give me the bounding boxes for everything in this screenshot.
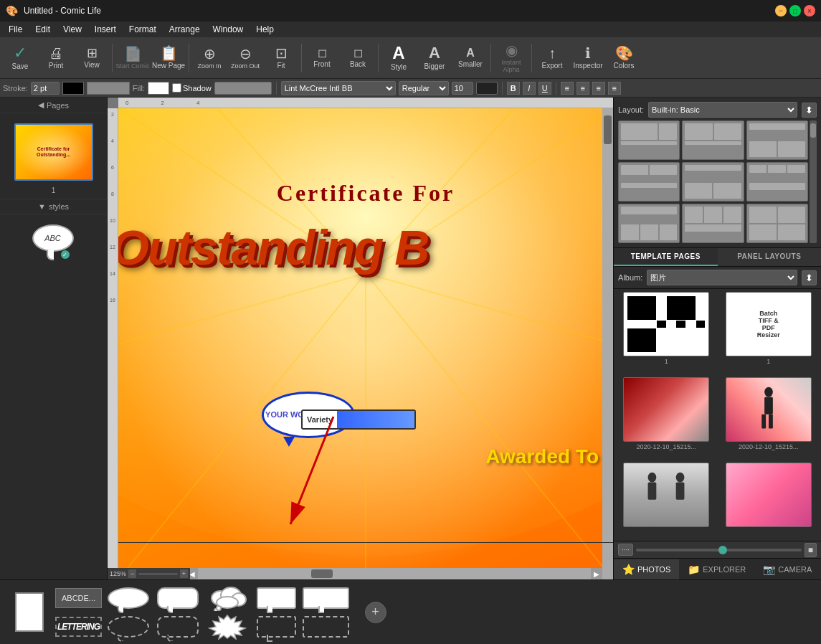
minimize-button[interactable]: － [775, 5, 787, 16]
album-stepper[interactable]: ⬍ [802, 270, 817, 285]
zoom-increase-btn[interactable]: + [180, 569, 188, 578]
zoom-slider[interactable] [138, 573, 177, 575]
save-button[interactable]: ✓ Save [3, 39, 37, 77]
stroke-slider[interactable] [87, 82, 130, 95]
font-select[interactable]: Lint McCree Intl BB [281, 81, 396, 95]
add-balloon-btn[interactable]: + [352, 600, 399, 625]
layout-select[interactable]: Built-in: Basic [648, 102, 797, 118]
align-justify-button[interactable]: ≡ [608, 82, 621, 95]
h-scrollbar[interactable] [186, 568, 602, 579]
style-bubble-item[interactable]: ABC ✓ [32, 224, 75, 260]
h-scrollbar-thumb[interactable] [311, 569, 333, 578]
page-thumb-1[interactable]: Certificate forOutstanding... [14, 123, 93, 181]
collapse-icon[interactable]: ◀ [38, 100, 44, 110]
menu-format[interactable]: Format [123, 23, 162, 36]
balloon-cloud-item[interactable] [204, 585, 250, 611]
shadow-check[interactable]: Shadow [172, 83, 212, 93]
style-select[interactable]: Regular [399, 81, 449, 95]
shadow-dropdown[interactable] [214, 82, 272, 95]
styles-collapse-icon[interactable]: ▼ [38, 202, 46, 211]
photo-item-3[interactable]: 2020-12-10_15215... [617, 377, 716, 460]
layout-thumb-7[interactable] [618, 204, 680, 243]
menu-file[interactable]: File [3, 23, 28, 36]
menu-arrange[interactable]: Arrange [163, 23, 206, 36]
photo-slider-thumb[interactable] [718, 546, 727, 554]
layout-thumb-3[interactable] [746, 120, 808, 160]
comic-page[interactable]: Certificate For Outstanding B Awarded To… [118, 108, 613, 579]
menu-view[interactable]: View [57, 23, 87, 36]
inspector-button[interactable]: ℹ Inspector [571, 39, 605, 77]
export-button[interactable]: ↑ Export [535, 39, 569, 77]
balloon-rect-item[interactable] [253, 585, 300, 611]
bold-button[interactable]: B [507, 82, 520, 95]
wide-rect-item[interactable] [303, 585, 349, 611]
fill-color[interactable] [148, 82, 169, 95]
underline-button[interactable]: U [538, 82, 551, 95]
maximize-button[interactable]: □ [789, 5, 801, 16]
new-page-button[interactable]: 📋 New Page [151, 39, 186, 77]
balloon-rect-dotted-item[interactable] [253, 614, 300, 640]
font-color[interactable] [476, 82, 498, 95]
print-button[interactable]: 🖨 Print [39, 39, 73, 77]
layout-scrollbar-thumb[interactable] [810, 123, 816, 138]
photo-label-2: 1 [767, 358, 770, 365]
template-pages-tab[interactable]: TEMPLATE PAGES [614, 248, 718, 266]
fit-button[interactable]: ⊡ Fit [264, 39, 298, 77]
zoom-out-button[interactable]: ⊖ Zoom Out [228, 39, 262, 77]
shadow-checkbox[interactable] [172, 83, 181, 93]
layout-thumb-1[interactable] [618, 120, 680, 160]
wide-rect-dotted-item[interactable] [303, 614, 349, 640]
zoom-in-button[interactable]: ⊕ Zoom In [192, 39, 227, 77]
balloon-round-item[interactable] [154, 585, 201, 611]
balloon-oval-dotted-item[interactable] [105, 614, 151, 640]
colors-button[interactable]: 🎨 Colors [607, 39, 641, 77]
smaller-button[interactable]: A Smaller [453, 39, 488, 77]
album-select[interactable]: 图片 [647, 270, 797, 285]
balloon-spiky-item[interactable] [204, 614, 250, 640]
panel-column [6, 600, 52, 625]
menu-edit[interactable]: Edit [29, 23, 56, 36]
layout-thumb-4[interactable] [618, 162, 680, 202]
align-left-button[interactable]: ≡ [561, 82, 574, 95]
photo-item-1[interactable]: 1 [617, 292, 716, 374]
stroke-color[interactable] [62, 82, 84, 95]
abcde-item[interactable]: ABCDE... [55, 585, 102, 611]
photo-item-2[interactable]: BatchTIFF &PDFResizer 1 [719, 292, 819, 374]
back-button[interactable]: ◻ Back [341, 39, 375, 77]
layout-thumb-9[interactable] [746, 204, 808, 243]
scroll-right-btn[interactable]: ▶ [591, 568, 602, 579]
menu-window[interactable]: Window [207, 23, 250, 36]
view-button[interactable]: ⊞ View [75, 39, 109, 77]
close-button[interactable]: × [804, 5, 815, 16]
panel-layouts-tab[interactable]: PANEL LAYOUTS [718, 248, 822, 266]
align-center-button[interactable]: ≡ [576, 82, 589, 95]
layout-thumb-2[interactable] [682, 120, 744, 160]
italic-button[interactable]: I [523, 82, 536, 95]
template-tabs: TEMPLATE PAGES PANEL LAYOUTS [614, 248, 821, 267]
stroke-input[interactable] [31, 82, 60, 95]
align-right-button[interactable]: ≡ [592, 82, 605, 95]
bigger-button[interactable]: A Bigger [417, 39, 452, 77]
front-button[interactable]: ◻ Front [305, 39, 339, 77]
layout-thumb-8[interactable] [682, 204, 744, 243]
zoom-decrease-btn[interactable]: − [128, 569, 136, 578]
album-label: Album: [618, 273, 642, 282]
layout-thumb-5[interactable] [682, 162, 744, 202]
menu-help[interactable]: Help [250, 23, 280, 36]
instant-alpha-button[interactable]: ◉ Instant Alpha [494, 39, 528, 77]
font-size-input[interactable] [452, 82, 473, 95]
v-scrollbar-thumb[interactable] [604, 115, 612, 144]
balloon-oval-item[interactable] [105, 585, 151, 611]
photo-size-slider[interactable] [636, 549, 802, 551]
lettering-item[interactable]: LETTERING [55, 614, 102, 640]
layout-stepper[interactable]: ⬍ [802, 103, 817, 118]
panel-box-item[interactable] [6, 600, 52, 625]
variety-bar[interactable]: Variety [301, 409, 416, 430]
menu-insert[interactable]: Insert [89, 23, 122, 36]
style-button[interactable]: A Style [381, 39, 416, 77]
layout-scrollbar[interactable] [810, 120, 817, 243]
balloon-round-dotted-item[interactable] [154, 614, 201, 640]
layout-thumb-6[interactable] [746, 162, 808, 202]
start-comic-button[interactable]: 📄 Start Comic [115, 39, 150, 77]
v-scrollbar[interactable] [602, 108, 613, 579]
